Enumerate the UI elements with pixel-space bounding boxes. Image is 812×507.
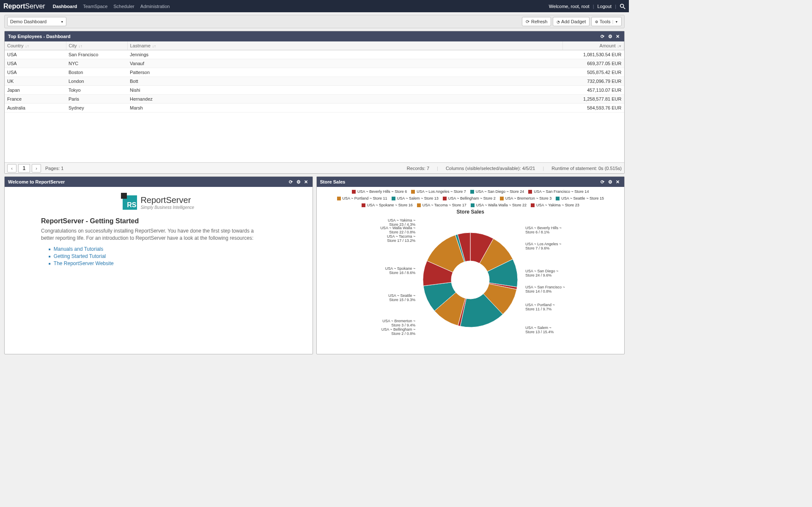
legend-item[interactable]: USA ~ Bellingham ~ Store 2 [443, 196, 496, 200]
legend-item[interactable]: USA ~ Seattle ~ Store 15 [556, 196, 604, 200]
gear-icon[interactable]: ⚙ [296, 179, 302, 184]
pages-label: Pages: 1 [45, 166, 63, 171]
legend-label: USA ~ Beverly Hills ~ Store 6 [357, 189, 407, 194]
search-icon[interactable] [620, 3, 625, 9]
slice-label: USA ~ Los Angeles ~ Store 7 / 9.6% [525, 242, 561, 250]
chevron-down-icon: ▾ [615, 19, 618, 25]
chevron-down-icon: ▾ [60, 19, 63, 25]
table-row[interactable]: UKLondonBott732,096.79 EUR [5, 77, 624, 86]
legend-label: USA ~ Walla Walla ~ Store 22 [476, 203, 527, 207]
table-row[interactable]: USABostonPatterson505,875.42 EUR [5, 68, 624, 77]
table-row[interactable]: USANYCVanauf669,377.05 EUR [5, 59, 624, 68]
sort-icon: ↓▾ [617, 44, 622, 48]
legend-item[interactable]: USA ~ San Diego ~ Store 24 [470, 189, 524, 194]
dashboard-selector[interactable]: Demo Dashboard ▾ [7, 17, 66, 26]
legend-item[interactable]: USA ~ Beverly Hills ~ Store 6 [352, 189, 407, 194]
gear-icon[interactable]: ⚙ [608, 179, 613, 184]
add-dadget-label: Add Dadget [561, 19, 586, 24]
dashboard-toolbar: Demo Dashboard ▾ ⟳ Refresh ◔ Add Dadget … [4, 15, 625, 28]
col-amount[interactable]: Amount↓▾ [563, 41, 624, 50]
close-icon[interactable]: ✕ [616, 34, 621, 39]
page-input[interactable] [18, 164, 30, 173]
legend-item[interactable]: USA ~ Bremerton ~ Store 3 [500, 196, 552, 200]
nav-dashboard[interactable]: Dashboard [53, 4, 77, 9]
legend-label: USA ~ Bellingham ~ Store 2 [448, 196, 496, 200]
legend-item[interactable]: USA ~ Los Angeles ~ Store 7 [411, 189, 466, 194]
main-nav: DashboardTeamSpaceSchedulerAdministratio… [53, 4, 170, 9]
refresh-icon[interactable]: ⟳ [601, 179, 606, 184]
brand-logo: ReportServer [3, 3, 45, 10]
legend-item[interactable]: USA ~ Spokane ~ Store 16 [362, 203, 413, 207]
brand-logo-light: Server [25, 3, 45, 10]
welcome-panel: Welcome to ReportServer ⟳ ⚙ ✕ RS ReportS… [4, 176, 313, 354]
welcome-link[interactable]: Manuals and Tutorials [49, 246, 306, 252]
legend-label: USA ~ Portland ~ Store 11 [343, 196, 387, 200]
close-icon[interactable]: ✕ [616, 179, 621, 184]
cell-city: Tokyo [66, 86, 127, 95]
panel-title: Top Employees - Dashboard [8, 34, 71, 39]
add-dadget-button[interactable]: ◔ Add Dadget [553, 17, 590, 26]
sort-icon: ↓↑ [152, 44, 156, 48]
brand-hero-tagline: Simply Business Intelligence [140, 205, 194, 210]
cell-country: USA [5, 68, 66, 77]
cell-country: USA [5, 59, 66, 68]
user-area: Welcome, root, root | Logout | [549, 3, 625, 9]
gear-icon[interactable]: ⚙ [608, 34, 613, 39]
legend-item[interactable]: USA ~ Portland ~ Store 11 [337, 196, 387, 200]
legend-swatch [471, 203, 475, 207]
panel-header: Welcome to ReportServer ⟳ ⚙ ✕ [5, 177, 313, 187]
cell-country: Japan [5, 86, 66, 95]
legend-item[interactable]: USA ~ Yakima ~ Store 23 [531, 203, 579, 207]
legend-item[interactable]: USA ~ San Francisco ~ Store 14 [528, 189, 589, 194]
sort-icon: ↓↑ [25, 44, 29, 48]
col-lastname[interactable]: Lastname↓↑ [127, 41, 563, 50]
nav-administration[interactable]: Administration [140, 4, 170, 9]
donut-chart: USA ~ Beverly Hills ~ Store 6 / 8.1%USA … [319, 217, 622, 343]
chart-title: Store Sales [319, 209, 622, 215]
col-city[interactable]: City↓↑ [66, 41, 127, 50]
welcome-paragraph: Congratulations on successfully installi… [41, 227, 261, 242]
legend-swatch [500, 197, 504, 200]
slice-label: USA ~ Tacoma ~ Store 17 / 13.2% [387, 234, 415, 243]
close-icon[interactable]: ✕ [304, 179, 309, 184]
legend-item[interactable]: USA ~ Tacoma ~ Store 17 [417, 203, 466, 207]
tools-button[interactable]: ⚙ Tools | ▾ [591, 17, 622, 26]
table-row[interactable]: USASan FranciscoJennings1,081,530.54 EUR [5, 50, 624, 59]
legend-label: USA ~ Seattle ~ Store 15 [561, 196, 604, 200]
table-pager: ‹ › Pages: 1 Records: 7 | Columns (visib… [5, 162, 624, 173]
cell-lastname: Marsh [127, 104, 563, 112]
next-page-button[interactable]: › [32, 164, 41, 173]
panel-header: Top Employees - Dashboard ⟳ ⚙ ✕ [5, 31, 624, 41]
legend-swatch [337, 197, 341, 200]
refresh-icon[interactable]: ⟳ [601, 34, 606, 39]
cell-city: NYC [66, 59, 127, 68]
welcome-link[interactable]: Getting Started Tutorial [49, 253, 306, 259]
welcome-link[interactable]: The ReportServer Website [49, 260, 306, 266]
legend-item[interactable]: USA ~ Salem ~ Store 13 [392, 196, 439, 200]
refresh-button[interactable]: ⟳ Refresh [522, 17, 551, 26]
slice-label: USA ~ Portland ~ Store 11 / 9.7% [525, 303, 555, 311]
nav-scheduler[interactable]: Scheduler [113, 4, 134, 9]
tools-label: Tools [600, 19, 611, 24]
table-row[interactable]: JapanTokyoNishi457,110.07 EUR [5, 86, 624, 95]
cell-amount: 732,096.79 EUR [563, 77, 624, 86]
cell-amount: 1,081,530.54 EUR [563, 50, 624, 59]
prev-page-button[interactable]: ‹ [7, 164, 16, 173]
legend-swatch [470, 190, 474, 194]
cell-lastname: Bott [127, 77, 563, 86]
store-sales-panel: Store Sales ⟳ ⚙ ✕ USA ~ Beverly Hills ~ … [316, 176, 625, 354]
table-row[interactable]: AustraliaSydneyMarsh584,593.76 EUR [5, 104, 624, 112]
slice-label: USA ~ San Francisco ~ Store 14 / 0.8% [525, 285, 565, 293]
panel-header: Store Sales ⟳ ⚙ ✕ [317, 177, 625, 187]
col-country[interactable]: Country↓↑ [5, 41, 66, 50]
panel-title: Store Sales [320, 179, 346, 184]
cell-city: London [66, 77, 127, 86]
top-navbar: ReportServer DashboardTeamSpaceScheduler… [0, 0, 629, 12]
dashboard-row-2: Welcome to ReportServer ⟳ ⚙ ✕ RS ReportS… [4, 176, 625, 357]
table-row[interactable]: FranceParisHernandez1,258,577.81 EUR [5, 95, 624, 104]
nav-teamspace[interactable]: TeamSpace [83, 4, 107, 9]
legend-label: USA ~ Bremerton ~ Store 3 [505, 196, 552, 200]
refresh-icon[interactable]: ⟳ [289, 179, 294, 184]
logout-link[interactable]: Logout [597, 4, 612, 9]
legend-item[interactable]: USA ~ Walla Walla ~ Store 22 [471, 203, 527, 207]
